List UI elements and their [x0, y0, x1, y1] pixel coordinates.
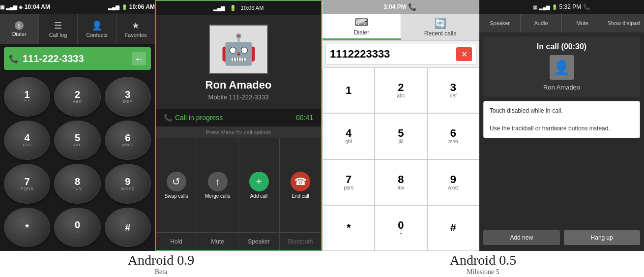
key05-star[interactable]: * [322, 205, 375, 251]
call-actions-row2: Hold Mute Speaker Bluetooth [156, 233, 321, 250]
phone-input05: 1112223333 ✕ [325, 44, 476, 64]
key05-1[interactable]: 1 [322, 67, 375, 113]
key-9[interactable]: 9 WXYZ [105, 164, 151, 204]
incall05-info: In call (00:30) 👤 Ron Amadeo [483, 36, 640, 97]
tab-calllog[interactable]: ☰ Call log [39, 14, 78, 44]
bluetooth-label: Bluetooth [288, 238, 313, 245]
tab-favorites[interactable]: ★ Favorites [117, 14, 155, 44]
merge-calls-btn[interactable]: ↑ Merge calls [197, 138, 238, 233]
tab05-dialer[interactable]: ⌨ Dialer [322, 14, 401, 40]
mute05-btn[interactable]: Mute [562, 14, 603, 32]
key-4[interactable]: 4 GHI [4, 121, 50, 160]
dialpad05-btn[interactable]: Show dialpad [603, 14, 644, 32]
person-icon: 👤 [553, 60, 570, 76]
merge-icon: ↑ [208, 172, 228, 191]
tabs05: ⌨ Dialer 🔄 Recent calls [322, 14, 479, 41]
dialer-status-bar: ▦ ▂▄▆ ◈ 10:04 AM ▂▄▆ 🔋 10:06 AM [0, 0, 155, 14]
key05-9[interactable]: 9 wxyz [427, 159, 479, 205]
touch-disabled-tooltip: Touch disabled while in-call. Use the tr… [483, 101, 640, 138]
tab-contacts[interactable]: 👤 Contacts [78, 14, 117, 44]
key-star[interactable]: * [4, 208, 50, 247]
keypad05-grid: 1 2 abc 3 def 4 ghi 5 jkl [322, 67, 479, 251]
contacts-icon: 👤 [91, 20, 102, 31]
key-0[interactable]: 0 + [54, 208, 100, 247]
speaker05-btn[interactable]: Speaker [479, 14, 521, 32]
incall05-panel: ▦ ▂▄▆ 🔋 5:32 PM 📞 Speaker Audio Mute [479, 0, 644, 251]
swap-calls-btn[interactable]: ↺ Swap calls [156, 138, 197, 233]
key05-hash[interactable]: # [427, 205, 479, 251]
tab05-dialer-label: Dialer [354, 29, 369, 36]
key-5[interactable]: 5 JKL [54, 121, 100, 160]
incall-panel: ▂▄▆ 🔋 10:06 AM 🤖 Ron Amadeo Mobile 111-2… [155, 0, 322, 251]
key-7[interactable]: 7 PQRS [4, 164, 50, 204]
key-2[interactable]: 2 ABC [54, 77, 100, 117]
call-progress-bar: 📞 Call in progress 00:41 [156, 109, 321, 126]
add-call-label: Add call [250, 193, 268, 199]
key05-0[interactable]: 0 + [375, 205, 427, 251]
contact-photo: 🤖 [209, 25, 268, 74]
key-1[interactable]: 1 ⌃⌃ [4, 77, 50, 117]
caption-row: Android 0.9 Beta Android 0.5 Milestone 5 [0, 251, 644, 277]
press-menu-bar: Press Menu for call options [156, 126, 321, 138]
call-timer: 00:41 [296, 114, 313, 122]
tab-dialer-label: Dialer [12, 31, 27, 37]
audio05-btn[interactable]: Audio [521, 14, 562, 32]
key05-6[interactable]: 6 mno [427, 113, 479, 159]
incall05-title: In call (00:30) [537, 42, 586, 51]
key-3[interactable]: 3 DEF [105, 77, 151, 117]
dialer05-status-bar: 3:04 PM 📞 [322, 0, 479, 14]
key05-4[interactable]: 4 ghi [322, 113, 375, 159]
end-call-btn[interactable]: ☎ End call [280, 138, 321, 233]
mute-btn[interactable]: Mute [197, 233, 238, 250]
caption-right: Android 0.5 Milestone 5 [322, 251, 644, 277]
android05-caption: Android 0.5 [450, 252, 516, 268]
android-robot-icon: 🤖 [220, 32, 257, 67]
tab05-recent[interactable]: 🔄 Recent calls [401, 14, 479, 40]
merge-calls-label: Merge calls [205, 193, 230, 199]
dialer05-panel: 3:04 PM 📞 ⌨ Dialer 🔄 Recent calls 111222… [322, 0, 479, 251]
key05-2[interactable]: 2 abc [375, 67, 427, 113]
signal-inc: ▂▄▆ [213, 5, 225, 11]
recent-icon: 🔄 [434, 17, 446, 29]
speaker-btn[interactable]: Speaker [238, 233, 280, 250]
hold-btn[interactable]: Hold [156, 233, 197, 250]
backspace-button[interactable]: ← [132, 52, 146, 65]
add-new-btn[interactable]: Add new [483, 230, 560, 245]
dialer-tabs: 5 Dialer ☰ Call log 👤 Contacts ★ Favorit… [0, 14, 155, 44]
tab-favorites-label: Favorites [124, 32, 146, 38]
audio05-label: Audio [534, 20, 548, 26]
incall05-avatar: 👤 [550, 55, 574, 80]
key-8[interactable]: 8 TUV [54, 164, 100, 204]
tab05-recent-label: Recent calls [424, 30, 456, 37]
mute-label: Mute [211, 238, 224, 245]
add-call-btn[interactable]: + Add call [238, 138, 280, 233]
hold-label: Hold [170, 238, 182, 245]
contact-number: Mobile 111-222-3333 [156, 93, 321, 101]
hang-up-btn[interactable]: Hang up [564, 230, 641, 245]
add-new-label: Add new [510, 234, 533, 241]
tab-dialer[interactable]: 5 Dialer [0, 14, 39, 44]
key05-5[interactable]: 5 jkl [375, 113, 427, 159]
bluetooth-btn[interactable]: Bluetooth [280, 233, 321, 250]
call-phone-icon: 📞 [164, 114, 172, 122]
add-call-icon: + [249, 172, 269, 191]
battery-icon: 🔋 [121, 4, 127, 10]
dialer-panel: ▦ ▂▄▆ ◈ 10:04 AM ▂▄▆ 🔋 10:06 AM 5 Dialer… [0, 0, 155, 251]
key-hash[interactable]: # [105, 208, 151, 247]
key05-7[interactable]: 7 pqrs [322, 159, 375, 205]
signal-icon-right: ▂▄▆ [108, 4, 119, 10]
key05-3[interactable]: 3 def [427, 67, 479, 113]
press-menu-text: Press Menu for call options [206, 129, 271, 135]
battery-inc: 🔋 [230, 5, 236, 11]
delete-button05[interactable]: ✕ [456, 47, 472, 61]
wifi-icon: ◈ [19, 4, 23, 10]
incall05-actions: Add new Hang up [479, 224, 644, 251]
calllog-icon: ☰ [54, 20, 62, 31]
time05-left: 3:04 PM [383, 3, 406, 10]
right-time-inc: 10:06 AM [241, 5, 263, 11]
grid05-icon: ▦ [533, 4, 537, 10]
incall05-status-icons: ▦ ▂▄▆ 🔋 [533, 4, 557, 10]
left-time: 10:04 AM [25, 3, 50, 10]
key05-8[interactable]: 8 tuv [375, 159, 427, 205]
key-6[interactable]: 6 MNO [105, 121, 151, 160]
